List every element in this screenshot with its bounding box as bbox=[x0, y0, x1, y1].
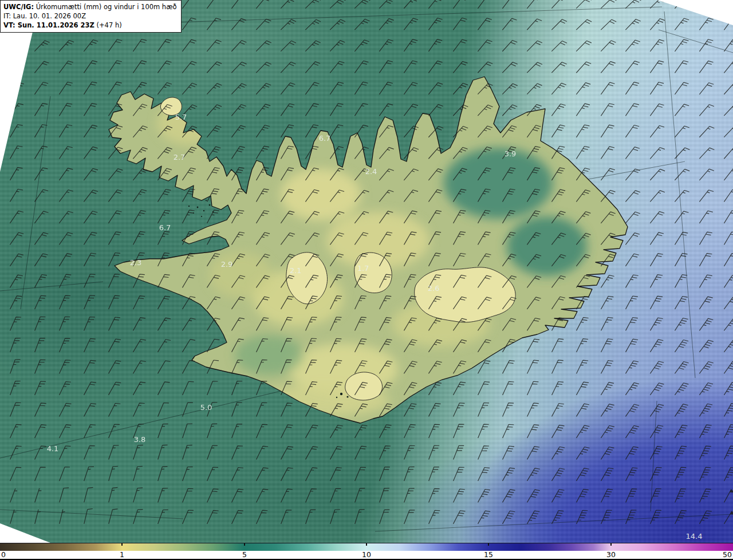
wind-barb bbox=[281, 81, 295, 97]
wind-barb bbox=[527, 488, 539, 504]
wind-barb bbox=[84, 358, 96, 376]
wind-barb bbox=[675, 403, 688, 419]
wind-barb bbox=[675, 424, 688, 441]
wind-barb bbox=[650, 210, 664, 226]
map-area: 5.72.76.72.43.96.72.32.92.11.72.65.03.84… bbox=[0, 0, 733, 543]
wind-barb bbox=[84, 273, 96, 290]
wind-barb bbox=[330, 424, 342, 440]
wind-barb bbox=[133, 230, 145, 247]
wind-barb bbox=[182, 60, 196, 76]
wind-barb bbox=[330, 102, 343, 119]
wind-barb bbox=[158, 422, 168, 439]
wind-barb bbox=[35, 466, 46, 483]
wind-barb bbox=[256, 40, 271, 55]
wind-barb bbox=[330, 123, 343, 140]
wind-barb bbox=[503, 380, 514, 397]
wind-barb bbox=[35, 423, 47, 440]
wind-barb bbox=[84, 337, 96, 354]
wind-barb bbox=[10, 466, 22, 483]
map-canvas: 5.72.76.72.43.96.72.32.92.11.72.65.03.84… bbox=[0, 0, 733, 543]
wind-barb bbox=[724, 146, 733, 162]
wind-barb bbox=[355, 424, 368, 441]
wind-barb bbox=[577, 508, 588, 526]
wind-barb bbox=[626, 508, 637, 526]
wind-barb bbox=[157, 359, 170, 376]
wind-barb bbox=[576, 123, 589, 140]
iceland-land bbox=[109, 77, 628, 423]
colorbar-gradient bbox=[0, 543, 733, 551]
wind-barb bbox=[84, 508, 93, 525]
colorbar: 01510153050 bbox=[0, 543, 733, 560]
wind-barb bbox=[724, 274, 733, 290]
wind-barb bbox=[552, 358, 563, 376]
wind-barb bbox=[527, 0, 541, 11]
wind-barb bbox=[502, 82, 517, 98]
wind-barb bbox=[699, 230, 712, 247]
colorbar-tick bbox=[488, 543, 489, 546]
wind-barb bbox=[84, 59, 97, 76]
wind-barb bbox=[35, 401, 46, 419]
wind-barb bbox=[601, 167, 614, 183]
wind-barb bbox=[182, 38, 196, 54]
wind-barb bbox=[183, 208, 195, 226]
product-title: UWC/IG: Úrkomumætti (mm) og vindur i 100… bbox=[3, 2, 177, 11]
wind-barb bbox=[551, 445, 565, 462]
wind-barb bbox=[182, 338, 195, 354]
wind-barb bbox=[626, 294, 638, 311]
wind-barb bbox=[502, 39, 517, 54]
wind-barb bbox=[207, 466, 218, 483]
wind-barb bbox=[626, 487, 637, 504]
wind-barb bbox=[601, 39, 616, 54]
wind-barb bbox=[454, 401, 465, 419]
wind-barb bbox=[551, 61, 566, 76]
wind-barb bbox=[650, 381, 664, 398]
wind-barb bbox=[10, 166, 22, 183]
wind-barb bbox=[478, 61, 492, 76]
wind-barb bbox=[84, 145, 97, 162]
precip-value-label: 2.4 bbox=[365, 167, 377, 176]
wind-barb bbox=[256, 144, 269, 161]
wind-barb bbox=[354, 38, 369, 54]
weather-chart: 5.72.76.72.43.96.72.32.92.11.72.65.03.84… bbox=[0, 0, 733, 560]
wind-barb bbox=[577, 488, 589, 505]
wind-barb bbox=[35, 337, 45, 354]
wind-barb bbox=[625, 102, 639, 119]
wind-barb bbox=[625, 0, 641, 12]
wind-barb bbox=[625, 231, 639, 247]
wind-barb bbox=[478, 423, 489, 440]
wind-barb bbox=[626, 337, 639, 354]
wind-barb bbox=[354, 81, 368, 97]
wind-barb bbox=[10, 401, 21, 418]
wind-barb bbox=[576, 81, 590, 97]
wind-barb bbox=[699, 147, 714, 162]
wind-barb bbox=[552, 488, 565, 505]
wind-barb bbox=[355, 487, 365, 504]
wind-barb bbox=[625, 124, 639, 140]
wind-barb bbox=[650, 360, 664, 376]
wind-barb bbox=[478, 38, 492, 54]
wind-barb bbox=[158, 487, 168, 504]
wind-barb bbox=[699, 17, 713, 33]
wind-barb bbox=[10, 380, 21, 397]
wind-barb bbox=[527, 467, 539, 483]
precip-value-label: 2.6 bbox=[428, 284, 440, 293]
wind-barb bbox=[429, 508, 440, 526]
wind-barb bbox=[527, 82, 542, 98]
wind-barb bbox=[601, 359, 613, 376]
init-time: IT: Lau. 10. 01. 2026 00Z bbox=[3, 11, 177, 21]
wind-barb bbox=[330, 0, 345, 12]
wind-barb bbox=[675, 81, 688, 97]
wind-barb bbox=[59, 60, 73, 76]
wind-barb bbox=[281, 0, 295, 12]
wind-barb bbox=[429, 423, 440, 440]
wind-barb bbox=[109, 380, 121, 397]
wind-barb bbox=[478, 0, 491, 11]
wind-barb bbox=[305, 102, 318, 119]
wind-barb bbox=[35, 444, 46, 462]
wind-barb bbox=[35, 380, 46, 397]
wind-barb bbox=[503, 510, 515, 527]
wind-barb bbox=[109, 316, 120, 333]
wind-barb bbox=[330, 81, 344, 97]
wind-barb bbox=[625, 381, 639, 398]
wind-barb bbox=[454, 466, 464, 483]
